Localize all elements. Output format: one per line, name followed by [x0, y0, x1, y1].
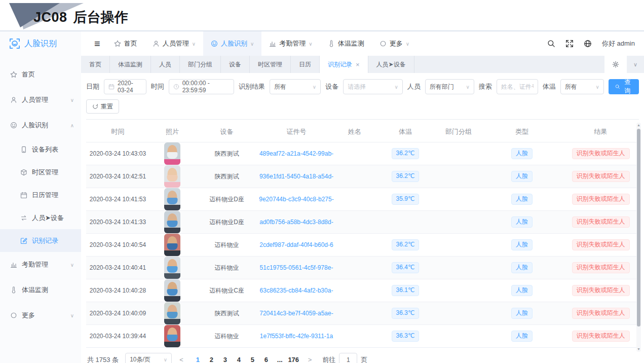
temperature-badge: 36.2℃ [392, 171, 420, 182]
tab[interactable]: 设备 × [221, 56, 250, 73]
next-page-button[interactable]: > [307, 356, 313, 363]
table-row[interactable]: 2020-03-24 10:41:33 迈科物业D座 ad0fb756-a58b… [86, 210, 639, 233]
hamburger-menu-icon[interactable]: ≡ [88, 38, 106, 50]
tab[interactable]: 人员 × [151, 56, 180, 73]
globe-icon[interactable] [584, 40, 592, 48]
record-id-link[interactable]: 51c19755-0561-4c5f-978e- [260, 264, 333, 271]
query-button[interactable]: 查询 [609, 79, 639, 94]
table-row[interactable]: 2020-03-24 10:42:51 陕西测试 936e1fd1-5450-4… [86, 165, 639, 188]
sidebar-item-attendance-management[interactable]: 考勤管理 ∨ [0, 252, 81, 277]
record-photo[interactable] [149, 257, 195, 279]
time-range-input[interactable]: 00:00:00 - 23:59:59 [169, 79, 234, 94]
record-photo[interactable] [149, 279, 195, 302]
sidebar-item-device-list[interactable]: 设备列表 [0, 138, 81, 161]
pagination-bar: 共 1753 条 10条/页 ∨ < 1 2 3 4 5 6 ... 176 >… [86, 348, 639, 363]
nav-item-attendance-management[interactable]: 考勤管理 ∨ [261, 31, 320, 56]
page-number[interactable]: ... [273, 356, 287, 363]
record-id-link[interactable]: 936e1fd1-5450-4a18-a54d- [259, 173, 333, 180]
tab[interactable]: 日历 × [291, 56, 320, 73]
sidebar-item-recognition-records[interactable]: 识别记录 [0, 229, 81, 252]
record-photo[interactable] [149, 165, 195, 188]
user-greeting[interactable]: 你好 admin [602, 39, 635, 48]
record-photo[interactable] [149, 142, 195, 165]
record-id-link[interactable]: 1e7f553f-bffc-42fe-9311-1a [260, 333, 333, 340]
record-id-link[interactable]: 2cdef987-ddaf-40f4-b60d-6 [259, 241, 333, 248]
tab[interactable]: 首页 × [81, 56, 110, 73]
record-photo[interactable] [149, 211, 195, 233]
reset-button[interactable]: 重置 [86, 99, 119, 114]
nav-item-person-management[interactable]: 人员管理 ∨ [145, 31, 203, 56]
date-input[interactable]: 2020-03-24 [104, 79, 146, 94]
sidebar-item-label: 日历管理 [32, 191, 58, 200]
tab[interactable]: 识别记录 × [320, 56, 368, 73]
table-row[interactable]: 2020-03-24 10:40:54 迈科物业 2cdef987-ddaf-4… [86, 233, 639, 256]
record-id-link[interactable]: 720414c3-be7f-4059-a5ae- [259, 310, 333, 317]
table-scrollbar[interactable]: ▲ ▼ [636, 123, 641, 352]
type-badge: 人脸 [511, 331, 533, 342]
person-select[interactable]: 所有部门 ∨ [425, 79, 474, 94]
face-photo-thumbnail [164, 188, 180, 210]
tab[interactable]: 人员➤设备 × [368, 56, 414, 73]
column-header-device: 设备 [195, 127, 258, 136]
tab-settings-button[interactable] [604, 56, 627, 73]
page-number[interactable]: 6 [259, 356, 273, 363]
tab[interactable]: 时区管理 × [250, 56, 291, 73]
temp-filter-label: 体温 [543, 82, 556, 91]
record-id-link[interactable]: ad0fb756-a58b-4dc3-8d8d- [259, 219, 333, 226]
table-row[interactable]: 2020-03-24 10:40:28 迈科物业C座 63c86235-cb84… [86, 279, 639, 302]
sidebar-item-calendar-management[interactable]: 日历管理 [0, 184, 81, 206]
table-row[interactable]: 2020-03-24 10:43:03 陕西测试 489eaf72-a21a-4… [86, 142, 639, 165]
tab-dropdown-chevron[interactable]: ∨ [627, 56, 644, 73]
result-select[interactable]: 所有 ∨ [270, 79, 321, 94]
app-logo[interactable]: 人脸识别 [0, 31, 81, 56]
record-photo[interactable] [149, 302, 195, 324]
sidebar-item-face-recognition[interactable]: 人脸识别 ∧ [0, 113, 81, 138]
page-number[interactable]: 1 [191, 356, 205, 363]
record-photo[interactable] [149, 188, 195, 210]
record-time: 2020-03-24 10:40:28 [86, 287, 149, 294]
sidebar-item-temperature-monitor[interactable]: 体温监测 [0, 277, 81, 303]
sidebar-item-person-management[interactable]: 人员管理 ∨ [0, 87, 81, 113]
goto-page-input[interactable] [339, 353, 357, 363]
record-id-link[interactable]: 489eaf72-a21a-4542-99ab- [259, 150, 333, 157]
temp-select[interactable]: 所有 ∨ [560, 79, 604, 94]
nav-item-home[interactable]: 首页 [106, 31, 145, 56]
sidebar-item-label: 时区管理 [32, 168, 58, 177]
page-size-value: 10条/页 [130, 355, 150, 363]
scrollbar-thumb[interactable] [637, 129, 640, 326]
date-value: 2020-03-24 [118, 80, 142, 94]
sidebar-item-more[interactable]: 更多 ∨ [0, 303, 81, 328]
nav-item-more[interactable]: 更多 ∨ [372, 31, 417, 56]
nav-item-temperature-monitor[interactable]: 体温监测 [320, 31, 372, 56]
page-number[interactable]: 2 [205, 356, 218, 363]
table-row[interactable]: 2020-03-24 10:39:44 迈科物业 1e7f553f-bffc-4… [86, 324, 639, 347]
page-number[interactable]: 5 [246, 356, 259, 363]
nav-item-face-recognition[interactable]: 人脸识别 ∨ [203, 31, 261, 56]
tab-close-icon[interactable]: × [356, 61, 360, 68]
scroll-up-arrow[interactable]: ▲ [637, 123, 640, 128]
tab[interactable]: 部门分组 × [180, 56, 221, 73]
fullscreen-icon[interactable] [565, 40, 574, 48]
record-photo[interactable] [149, 234, 195, 256]
face-photo-thumbnail [164, 302, 180, 324]
record-id-link[interactable]: 63c86235-cb84-4af2-b30a- [260, 287, 333, 294]
page-number[interactable]: 4 [232, 356, 246, 363]
record-id-link[interactable]: 9e20744b-c3c9-40c8-b275- [259, 196, 333, 203]
table-row[interactable]: 2020-03-24 10:40:41 迈科物业 51c19755-0561-4… [86, 256, 639, 279]
search-input[interactable] [501, 83, 534, 90]
sidebar-item-timezone-management[interactable]: 时区管理 [0, 161, 81, 184]
prev-page-button[interactable]: < [178, 356, 184, 363]
device-select[interactable]: 请选择 ∨ [343, 79, 403, 94]
table-row[interactable]: 2020-03-24 10:41:53 迈科物业D座 9e20744b-c3c9… [86, 188, 639, 210]
sidebar-item-home[interactable]: 首页 [0, 62, 81, 87]
page-size-select[interactable]: 10条/页 ∨ [125, 353, 172, 363]
page-number[interactable]: 3 [218, 356, 232, 363]
sidebar-item-person-device[interactable]: 人员➤设备 [0, 206, 81, 229]
search-icon[interactable] [547, 40, 555, 48]
page-number[interactable]: 176 [287, 356, 300, 363]
record-photo[interactable] [149, 325, 195, 347]
tab[interactable]: 体温监测 × [110, 56, 151, 73]
scroll-down-arrow[interactable]: ▼ [637, 347, 640, 352]
gear-icon [612, 61, 619, 68]
table-row[interactable]: 2020-03-24 10:40:09 陕西测试 720414c3-be7f-4… [86, 302, 639, 324]
